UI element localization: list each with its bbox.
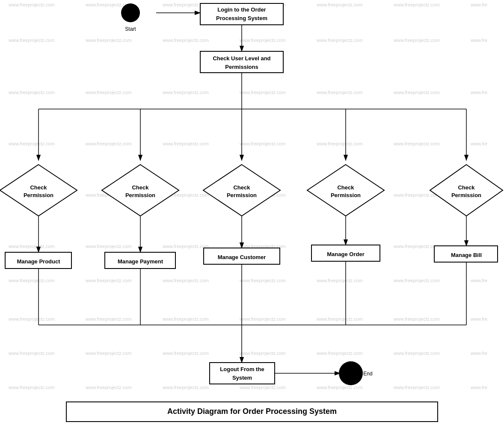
svg-text:www.freeprojectz.com: www.freeprojectz.com [393, 316, 440, 322]
svg-text:www.fre: www.fre [470, 385, 487, 390]
login-label-line2: Processing System [216, 15, 267, 21]
diamond1-line2: Permission [24, 192, 53, 198]
svg-text:www.freeprojectz.com: www.freeprojectz.com [8, 351, 55, 356]
svg-text:www.fre: www.fre [470, 278, 487, 283]
diamond3-line1: Check [233, 184, 250, 191]
diagram-container: www.freeprojectz.com www.freeprojectz.co… [0, 0, 504, 425]
svg-text:www.freeprojectz.com: www.freeprojectz.com [393, 90, 440, 95]
svg-text:www.freeprojectz.com: www.freeprojectz.com [316, 278, 363, 283]
svg-text:www.freeprojectz.com: www.freeprojectz.com [393, 2, 440, 7]
svg-text:www.freeprojectz.com: www.freeprojectz.com [85, 316, 132, 322]
svg-text:www.freeprojectz.com: www.freeprojectz.com [393, 192, 440, 198]
manage-payment-label: Manage Payment [118, 258, 163, 265]
svg-text:www.freeprojectz.com: www.freeprojectz.com [316, 38, 363, 43]
svg-text:www.freeprojectz.com: www.freeprojectz.com [239, 90, 286, 95]
svg-text:www.freeprojectz.com: www.freeprojectz.com [393, 38, 440, 43]
svg-text:www.freeprojectz.com: www.freeprojectz.com [8, 316, 55, 322]
check-user-level-line1: Check User Level and [213, 55, 270, 62]
svg-text:www.fre: www.fre [470, 351, 487, 356]
end-circle [339, 361, 363, 385]
svg-text:www.freeprojectz.com: www.freeprojectz.com [393, 351, 440, 356]
svg-text:www.freeprojectz.com: www.freeprojectz.com [85, 38, 132, 43]
svg-text:www.fre: www.fre [470, 2, 487, 7]
svg-text:www.freeprojectz.com: www.freeprojectz.com [8, 38, 55, 43]
svg-text:www.freeprojectz.com: www.freeprojectz.com [85, 278, 132, 283]
svg-text:www.freeprojectz.com: www.freeprojectz.com [316, 90, 363, 95]
diamond4-line2: Permission [331, 192, 361, 198]
svg-text:www.freeprojectz.com: www.freeprojectz.com [8, 141, 55, 146]
start-circle [121, 3, 140, 22]
svg-text:www.freeprojectz.com: www.freeprojectz.com [162, 278, 209, 283]
diamond1-line1: Check [30, 184, 47, 191]
svg-text:www.freeprojectz.com: www.freeprojectz.com [162, 244, 209, 249]
manage-customer-label: Manage Customer [218, 254, 266, 260]
svg-text:www.freeprojectz.com: www.freeprojectz.com [8, 2, 55, 7]
svg-text:www.freeprojectz.com: www.freeprojectz.com [162, 385, 209, 390]
svg-text:www.fre: www.fre [470, 38, 487, 43]
svg-text:www.freeprojectz.com: www.freeprojectz.com [162, 141, 209, 146]
svg-text:www.freeprojectz.com: www.freeprojectz.com [85, 90, 132, 95]
svg-text:www.freeprojectz.com: www.freeprojectz.com [316, 351, 363, 356]
svg-text:www.freeprojectz.com: www.freeprojectz.com [393, 244, 440, 249]
svg-text:www.fre: www.fre [470, 141, 487, 146]
svg-text:www.fre: www.fre [470, 316, 487, 322]
svg-text:www.freeprojectz.com: www.freeprojectz.com [393, 141, 440, 146]
end-label: End [363, 371, 372, 377]
svg-text:www.freeprojectz.com: www.freeprojectz.com [239, 141, 286, 146]
diamond5-line1: Check [458, 184, 475, 191]
start-label: Start [125, 26, 136, 32]
svg-text:www.freeprojectz.com: www.freeprojectz.com [239, 385, 286, 390]
svg-text:www.freeprojectz.com: www.freeprojectz.com [8, 244, 55, 249]
svg-text:www.freeprojectz.com: www.freeprojectz.com [162, 38, 209, 43]
diagram-title: Activity Diagram for Order Processing Sy… [167, 407, 337, 416]
svg-text:www.freeprojectz.com: www.freeprojectz.com [316, 141, 363, 146]
svg-text:www.freeprojectz.com: www.freeprojectz.com [393, 385, 440, 390]
diamond3-line2: Permission [227, 192, 257, 198]
manage-product-label: Manage Product [17, 258, 60, 265]
manage-bill-label: Manage Bill [451, 252, 482, 258]
svg-text:www.freeprojectz.com: www.freeprojectz.com [8, 90, 55, 95]
svg-text:www.freeprojectz.com: www.freeprojectz.com [162, 316, 209, 322]
svg-text:www.freeprojectz.com: www.freeprojectz.com [8, 278, 55, 283]
logout-line2: System [232, 375, 252, 381]
check-user-level-line2: Permissions [225, 64, 258, 70]
svg-text:www.freeprojectz.com: www.freeprojectz.com [162, 90, 209, 95]
svg-text:www.freeprojectz.com: www.freeprojectz.com [316, 385, 363, 390]
svg-text:www.freeprojectz.com: www.freeprojectz.com [316, 316, 363, 322]
manage-order-label: Manage Order [327, 251, 364, 257]
logout-line1: Logout From the [220, 366, 264, 372]
diamond2-line1: Check [132, 184, 149, 191]
svg-text:www.freeprojectz.com: www.freeprojectz.com [239, 316, 286, 322]
svg-text:www.freeprojectz.com: www.freeprojectz.com [85, 244, 132, 249]
svg-text:www.freeprojectz.com: www.freeprojectz.com [162, 351, 209, 356]
diamond5-line2: Permission [451, 192, 481, 198]
svg-text:www.freeprojectz.com: www.freeprojectz.com [8, 385, 55, 390]
svg-text:www.freeprojectz.com: www.freeprojectz.com [85, 385, 132, 390]
svg-text:www.freeprojectz.com: www.freeprojectz.com [316, 2, 363, 7]
svg-text:www.freeprojectz.com: www.freeprojectz.com [85, 351, 132, 356]
svg-text:www.freeprojectz.com: www.freeprojectz.com [85, 141, 132, 146]
svg-text:www.fre: www.fre [470, 90, 487, 95]
svg-text:www.freeprojectz.com: www.freeprojectz.com [239, 38, 286, 43]
svg-text:www.freeprojectz.com: www.freeprojectz.com [239, 278, 286, 283]
svg-text:www.freeprojectz.com: www.freeprojectz.com [393, 278, 440, 283]
login-label-line1: Login to the Order [217, 6, 266, 13]
svg-text:www.freeprojectz.com: www.freeprojectz.com [239, 351, 286, 356]
diamond2-line2: Permission [125, 192, 155, 198]
diamond4-line1: Check [337, 184, 354, 191]
